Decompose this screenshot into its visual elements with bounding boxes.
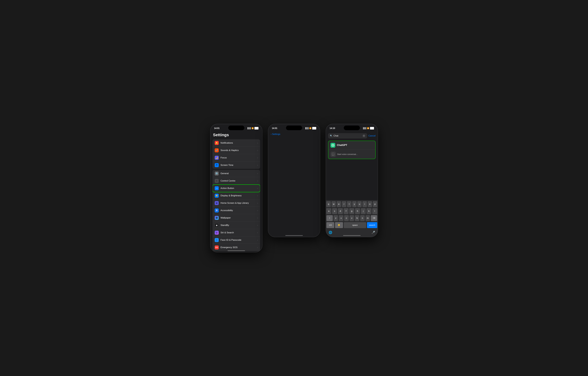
- key-e[interactable]: e: [337, 201, 341, 207]
- siri-label: Siri & Search: [220, 231, 257, 234]
- key-s[interactable]: s: [332, 208, 337, 214]
- key-t[interactable]: t: [347, 201, 351, 207]
- key-z[interactable]: z: [334, 215, 338, 221]
- notifications-label: Notifications: [220, 142, 257, 144]
- key-delete[interactable]: ⌫: [371, 215, 377, 221]
- control-icon: ≡: [215, 179, 219, 183]
- chevron-icon: ›: [257, 149, 258, 151]
- key-c[interactable]: c: [344, 215, 349, 221]
- time-1: 14:01: [214, 127, 220, 130]
- sounds-icon: 🔊: [215, 148, 219, 152]
- chevron-icon: ›: [257, 157, 258, 159]
- phone-settings: 14:01 ▐▐▐ 📶 100 Settings 🔔 Notifications…: [210, 124, 262, 252]
- key-g[interactable]: g: [349, 208, 354, 214]
- display-label: Display & Brightness: [220, 194, 257, 197]
- chatgpt-header[interactable]: ChatGPT: [328, 141, 375, 150]
- key-y[interactable]: y: [352, 201, 357, 207]
- settings-title: Settings: [210, 132, 262, 139]
- key-p[interactable]: p: [373, 201, 377, 207]
- battery-3: 100: [370, 127, 374, 130]
- chevron-icon: ›: [257, 246, 258, 249]
- key-k[interactable]: k: [367, 208, 371, 214]
- settings-item-action[interactable]: ↑+ Action Button ›: [212, 185, 260, 192]
- settings-item-siri[interactable]: ◎ Siri & Search ›: [212, 229, 260, 236]
- settings-item-display[interactable]: ☀️ Display & Brightness ›: [212, 192, 260, 199]
- home-indicator-3: [343, 235, 361, 236]
- sos-label: Emergency SOS: [220, 246, 257, 249]
- dynamic-island: [228, 126, 244, 130]
- key-search[interactable]: search: [367, 222, 377, 228]
- keyboard: q w e r t y u i o p a s d f g: [326, 200, 378, 237]
- settings-item-sounds[interactable]: 🔊 Sounds & Haptics ›: [212, 147, 260, 154]
- dynamic-island-2: [286, 126, 302, 130]
- chevron-icon: ›: [257, 172, 258, 175]
- key-n[interactable]: n: [360, 215, 365, 221]
- accessibility-icon: ♿: [215, 209, 219, 212]
- signal-icon: ▐▐▐: [247, 127, 251, 129]
- key-r[interactable]: r: [342, 201, 346, 207]
- key-j[interactable]: j: [361, 208, 366, 214]
- key-f[interactable]: f: [344, 208, 349, 214]
- sos-icon: SOS: [215, 245, 219, 249]
- cancel-button[interactable]: Cancel: [368, 134, 376, 137]
- back-arrow-icon: ‹: [271, 133, 272, 135]
- key-numbers[interactable]: 123: [326, 222, 334, 228]
- faceid-label: Face ID & Passcode: [220, 239, 257, 241]
- settings-item-control[interactable]: ≡ Control Centre ›: [212, 177, 260, 185]
- chevron-icon: ›: [257, 195, 258, 197]
- key-d[interactable]: d: [338, 208, 343, 214]
- settings-item-general[interactable]: ⚙️ General ›: [212, 170, 260, 177]
- key-b[interactable]: b: [355, 215, 359, 221]
- settings-item-accessibility[interactable]: ♿ Accessibility ›: [212, 207, 260, 214]
- search-text: Chat: [334, 134, 361, 137]
- key-h[interactable]: h: [355, 208, 360, 214]
- standby-label: StandBy: [220, 224, 257, 227]
- microphone-icon[interactable]: 🎤: [370, 230, 376, 235]
- settings-item-screentime[interactable]: ⏱ Screen Time ›: [212, 162, 260, 169]
- key-o[interactable]: o: [368, 201, 372, 207]
- chatgpt-result: ChatGPT 🎧 Start voice conversat...: [328, 141, 376, 159]
- chevron-icon: ›: [257, 180, 258, 182]
- key-l[interactable]: l: [372, 208, 377, 214]
- key-space[interactable]: space: [344, 222, 366, 228]
- general-icon: ⚙️: [215, 171, 219, 176]
- settings-item-focus[interactable]: 🌙 Focus ›: [212, 154, 260, 162]
- settings-item-faceid[interactable]: 👤 Face ID & Passcode ›: [212, 236, 260, 244]
- action-label: Action Button: [220, 187, 257, 190]
- key-q[interactable]: q: [326, 201, 331, 207]
- key-x[interactable]: x: [339, 215, 343, 221]
- status-icons-1: ▐▐▐ 📶 100: [247, 127, 258, 130]
- key-m[interactable]: m: [366, 215, 370, 221]
- siri-screen: 🔍 Chat ✕ Cancel ChatGPT 🎧: [326, 132, 378, 189]
- status-icons-2: ▐▐▐ 📶 100: [305, 127, 316, 130]
- back-label: Settings: [272, 133, 280, 135]
- settings-item-standby[interactable]: ◉ StandBy ›: [212, 222, 260, 229]
- search-clear-button[interactable]: ✕: [363, 134, 365, 137]
- settings-item-sos[interactable]: SOS Emergency SOS ›: [212, 244, 260, 251]
- status-icons-3: ▐▐▐ 📶 100: [362, 127, 374, 130]
- key-emoji[interactable]: 😊: [335, 222, 343, 228]
- key-shift[interactable]: ⇧: [326, 215, 333, 221]
- key-i[interactable]: i: [362, 201, 367, 207]
- settings-group-2: ⚙️ General › ≡ Control Centre › ↑+ Actio…: [212, 170, 260, 251]
- globe-icon[interactable]: 🌐: [327, 230, 333, 235]
- chevron-icon: ›: [257, 224, 258, 226]
- key-u[interactable]: u: [357, 201, 362, 207]
- back-button[interactable]: ‹ Settings: [271, 133, 280, 135]
- chevron-icon: ›: [257, 142, 258, 144]
- standby-icon: ◉: [215, 223, 219, 227]
- chatgpt-action[interactable]: 🎧 Start voice conversat...: [328, 150, 375, 159]
- wifi-icon-3: 📶: [367, 127, 369, 129]
- settings-item-homescreen[interactable]: ⊞ Home Screen & App Library ›: [212, 199, 260, 207]
- display-icon: ☀️: [215, 194, 219, 198]
- keyboard-row-3: ⇧ z x c v b n m ⌫: [326, 215, 377, 221]
- search-input-box[interactable]: 🔍 Chat ✕: [328, 133, 367, 139]
- settings-item-notifications[interactable]: 🔔 Notifications ›: [212, 139, 260, 147]
- key-a[interactable]: a: [326, 208, 331, 214]
- sounds-label: Sounds & Haptics: [220, 149, 257, 152]
- key-w[interactable]: w: [332, 201, 336, 207]
- homescreen-label: Home Screen & App Library: [220, 202, 257, 204]
- key-v[interactable]: v: [349, 215, 354, 221]
- settings-item-wallpaper[interactable]: 🖼 Wallpaper ›: [212, 214, 260, 222]
- chevron-icon: ›: [257, 239, 258, 241]
